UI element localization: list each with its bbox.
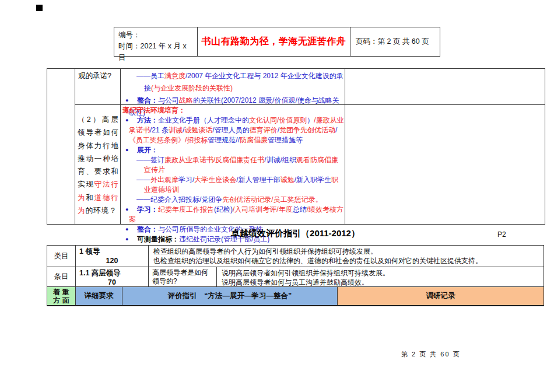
item-desc-cell: 说明高层领导者如何引领组织并保持组织可持续发展。 说明高层领导者如何与员工沟通并… — [216, 267, 544, 286]
header-meta-cell: 编号： 时间：2021 年 x 月 x 日 — [114, 27, 197, 56]
text-segment: / — [335, 126, 337, 134]
question-text-continued: 观的承诺? — [78, 71, 119, 81]
header-table: 编号： 时间：2021 年 x 月 x 日 书山有路勤为径，学海无涯苦作舟 页码… — [114, 27, 440, 57]
section-title: 卓越绩效评价指引（2011-2012） — [47, 228, 544, 239]
text-segment: 的环境？ — [86, 206, 117, 215]
text-segment: ——纪委介入招投标/党团争 — [136, 195, 222, 204]
text-segment: 文化认同/价值原则 — [249, 116, 307, 124]
text-segment: 学习： — [137, 205, 158, 214]
text-segment: 方法： — [137, 116, 158, 124]
table-divider — [345, 69, 345, 224]
text-segment: 德育评价 — [250, 126, 278, 134]
evaluation-guide-header: 评价指引 “方法—展开—学习—整合” — [122, 287, 337, 305]
focus-line-2: 方 面 — [53, 296, 69, 304]
text-segment: 与公司 — [158, 96, 179, 104]
text-segment: /21 条 — [150, 126, 169, 134]
text-segment: 廉政从业承诺书/反腐倡廉责任书 — [164, 156, 264, 164]
text-segment: 大学生座谈会 — [194, 176, 236, 184]
text-line: 遵纪守法环境培育： — [121, 106, 345, 116]
text-line: ——纪委介入招投标/党团争先创优活动记录/员工奖惩记录。 — [121, 195, 345, 205]
table-row-headers: 着 重 方 面 详细要求 评价指引 “方法—展开—学习—整合” 调研记录 — [47, 286, 544, 305]
item-name: 1.1 高层领导 — [79, 268, 145, 278]
text-segment: 满意度 — [164, 72, 185, 80]
item-name-cell: 1.1 高层领导 70 — [75, 267, 148, 286]
text-segment: 先创优活动记录/员工奖惩记录。 — [222, 195, 322, 204]
research-record-header: 调研记录 — [337, 287, 544, 305]
text-segment: 遵纪守法环境培育： — [122, 106, 185, 114]
lower-table: 类目 1 领导 120 检查组织的高层领导者的个人行为如何引领组织并保持组织可持… — [47, 245, 544, 306]
category-desc-line: 也检查组织的治理以及组织如何确立它的法律的、道德的和社会的责任以及如何对它的关键… — [153, 256, 539, 265]
category-name-cell: 1 领导 120 — [75, 246, 148, 267]
text-segment: (与企业发展阶段的关联性) — [151, 84, 233, 92]
text-line: 学习：纪委年度工作报告(纪检)/入司培训考评/年度总结/绩效考核方案 — [121, 205, 345, 225]
text-segment: 党团争先创优活动 — [279, 126, 335, 134]
text-segment: /新人管理干部 — [236, 176, 280, 184]
category-score: 120 — [79, 256, 145, 265]
header-motto: 书山有路勤为径，学海无涯苦作舟 — [197, 27, 350, 56]
category-name: 1 领导 — [79, 247, 145, 256]
text-line: 方法：企业文化手册（人才理念中的文化认同/价值原则）/廉政从业承诺书/21 条训… — [121, 116, 345, 145]
text-segment: 管理措施等 — [268, 136, 303, 144]
text-segment: /管理人员的 — [212, 126, 249, 134]
item-label: 条目 — [47, 267, 75, 286]
text-segment: 《员工奖惩条例》/招投标 — [129, 136, 208, 144]
category-label: 类目 — [47, 246, 75, 267]
text-line: ——外出观摩学习/大学生座谈会/新人管理干部诚勉/新入职学生职业道德培训 — [121, 175, 345, 195]
header-page-info: 页码：第 2 页 共 60 页 — [350, 27, 440, 56]
table-row-item: 条目 1.1 高层领导 70 高层领导者是如何领导的? 说明高层领导者如何引领组… — [47, 267, 544, 286]
serial-label: 编号： — [118, 30, 193, 41]
focus-line-1: 着 重 — [53, 288, 69, 296]
item-desc-line: 说明高层领导者如何与员工沟通并鼓励高绩效。 — [222, 278, 539, 286]
text-segment: ——员工 — [136, 72, 164, 80]
text-segment: 外出观摩 — [150, 176, 178, 184]
row2-content-cell: 遵纪守法环境培育：方法：企业文化手册（人才理念中的文化认同/价值原则）/廉政从业… — [121, 106, 345, 244]
text-segment: /新入职学生 — [294, 176, 331, 184]
text-segment: /入司培训考评/年度 — [233, 205, 293, 214]
text-segment: 战略 — [179, 96, 193, 104]
upper-table: 观的承诺? ——员工满意度/2007 年企业文化工程与 2012 年企业文化建设… — [47, 68, 545, 225]
text-segment: 整合： — [137, 96, 158, 104]
text-line: 展开： — [121, 145, 345, 155]
text-segment: 学习/ — [178, 176, 194, 184]
page-ref: P2 — [497, 230, 506, 239]
text-segment: ） — [307, 116, 314, 124]
table-row-category: 类目 1 领导 120 检查组织的高层领导者的个人行为如何引领组织并保持组织可持… — [47, 246, 544, 267]
question-text-2: （2）高层领导者如何身体力行地推动一种培育、要求和实现守法行为和道德行为的环境？ — [78, 113, 119, 217]
category-desc-line: 检查组织的高层领导者的个人行为如何引领组织并保持组织可持续发展。 — [153, 247, 539, 256]
text-segment: 诚勉 — [280, 176, 294, 184]
text-segment: （2）高层领导者如何身体力行地推动一种培育、要求和实现 — [78, 116, 119, 188]
text-segment: 展开： — [137, 146, 158, 154]
category-desc-cell: 检查组织的高层领导者的个人行为如何引领组织并保持组织可持续发展。 也检查组织的治… — [148, 246, 544, 267]
text-segment: 管理规范// — [208, 136, 240, 144]
text-segment: /训诫/组织 — [264, 156, 296, 164]
item-score: 70 — [79, 278, 145, 286]
text-segment: 总结 — [293, 205, 307, 214]
question-cell-2: （2）高层领导者如何身体力行地推动一种培育、要求和实现守法行为和道德行为的环境？ — [78, 105, 119, 225]
text-segment: 企业文化手册（人才理念中的 — [158, 116, 249, 124]
time-label: 时间：2021 年 x 月 x 日 — [118, 41, 193, 64]
text-segment: 诚勉谈话 — [184, 126, 212, 134]
text-segment: (纪检) — [214, 205, 233, 214]
corner-mark — [36, 5, 43, 11]
document-page: 编号： 时间：2021 年 x 月 x 日 书山有路勤为径，学海无涯苦作舟 页码… — [0, 0, 554, 392]
text-line: ——签订廉政从业承诺书/反腐倡廉责任书/训诫/组织观看防腐倡廉宣传片 — [121, 155, 345, 175]
text-segment: 防腐倡廉 — [240, 136, 268, 144]
text-line: ——员工满意度/2007 年企业文化工程与 2012 年企业文化建设的承接(与企… — [121, 70, 345, 94]
text-segment: 训诫 — [169, 126, 183, 134]
focus-aspect-header: 着 重 方 面 — [47, 287, 75, 305]
text-segment: ——签订 — [136, 156, 164, 164]
footer-page-number: 第 2 页 共 60 页 — [401, 350, 461, 359]
text-segment: 和 — [86, 194, 94, 202]
text-segment: 纪委年度工作报告 — [158, 205, 214, 214]
table-divider — [75, 69, 75, 224]
item-desc-line: 说明高层领导者如何引领组织并保持组织可持续发展。 — [222, 268, 539, 278]
text-segment: —— — [136, 176, 150, 184]
detail-requirement-header: 详细要求 — [75, 287, 122, 305]
item-question: 高层领导者是如何领导的? — [148, 267, 216, 286]
